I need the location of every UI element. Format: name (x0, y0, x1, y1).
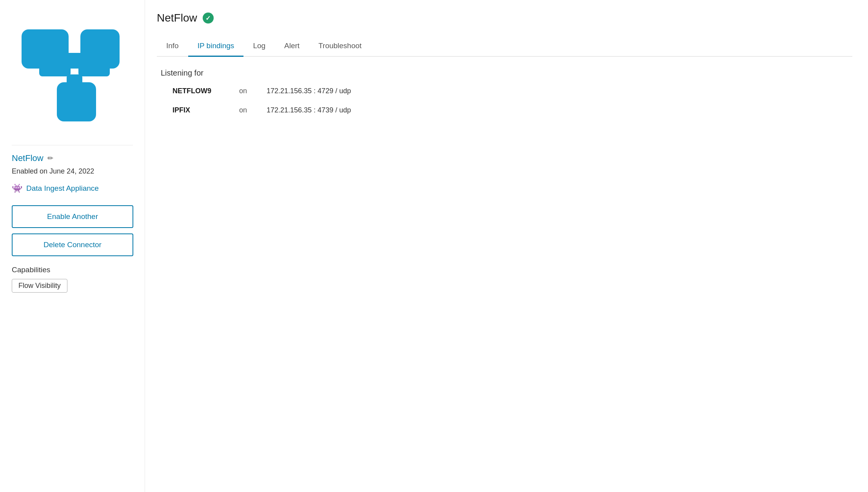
appliance-icon: 👾 (12, 183, 22, 194)
sidebar-divider (12, 145, 133, 145)
enabled-date: Enabled on June 24, 2022 (12, 167, 94, 175)
capabilities-section: Capabilities Flow Visibility (12, 266, 67, 293)
appliance-row: 👾 Data Ingest Appliance (12, 183, 99, 194)
connector-name-link[interactable]: NetFlow (12, 153, 44, 163)
status-check-icon: ✓ (205, 14, 211, 22)
edit-icon[interactable]: ✏ (47, 154, 53, 163)
protocol-ipfix: IPFIX (173, 106, 227, 114)
page-title: NetFlow (157, 12, 197, 24)
tab-info[interactable]: Info (157, 36, 188, 57)
appliance-link[interactable]: Data Ingest Appliance (26, 184, 99, 193)
sidebar: NetFlow ✏ Enabled on June 24, 2022 👾 Dat… (0, 0, 145, 492)
binding-row-netflow9: NETFLOW9 on 172.21.156.35 : 4729 / udp (173, 87, 852, 95)
address-netflow9: 172.21.156.35 : 4729 / udp (267, 87, 351, 95)
page-header: NetFlow ✓ (157, 8, 852, 24)
tabs-bar: Info IP bindings Log Alert Troubleshoot (157, 36, 852, 57)
connector-name-row: NetFlow ✏ (12, 153, 53, 163)
page-container: NetFlow ✏ Enabled on June 24, 2022 👾 Dat… (0, 0, 868, 492)
enable-another-button[interactable]: Enable Another (12, 205, 133, 228)
tab-troubleshoot[interactable]: Troubleshoot (309, 36, 371, 57)
ip-bindings-content: Listening for NETFLOW9 on 172.21.156.35 … (157, 69, 852, 114)
bindings-table: NETFLOW9 on 172.21.156.35 : 4729 / udp I… (157, 87, 852, 114)
main-content: NetFlow ✓ Info IP bindings Log Alert Tro… (145, 0, 868, 492)
svg-rect-5 (78, 61, 110, 76)
binding-row-ipfix: IPFIX on 172.21.156.35 : 4739 / udp (173, 106, 852, 114)
tab-ip-bindings[interactable]: IP bindings (188, 36, 244, 57)
capability-badge: Flow Visibility (12, 279, 67, 293)
svg-rect-4 (39, 61, 71, 76)
connector-logo (12, 12, 133, 133)
section-label: Listening for (157, 69, 852, 78)
delete-connector-button[interactable]: Delete Connector (12, 233, 133, 256)
tab-alert[interactable]: Alert (275, 36, 309, 57)
netflow-logo-icon (18, 18, 127, 127)
protocol-netflow9: NETFLOW9 (173, 87, 227, 95)
tab-log[interactable]: Log (243, 36, 275, 57)
address-ipfix: 172.21.156.35 : 4739 / udp (267, 106, 351, 114)
status-badge: ✓ (203, 13, 214, 24)
on-label-ipfix: on (239, 106, 255, 114)
svg-rect-6 (67, 74, 82, 94)
capabilities-label: Capabilities (12, 266, 67, 274)
on-label-netflow9: on (239, 87, 255, 95)
